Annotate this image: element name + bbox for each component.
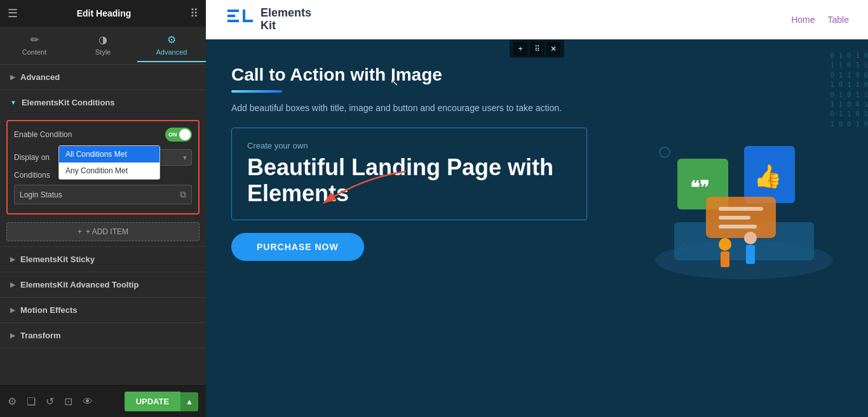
logo-text: Elements Kit — [261, 7, 311, 32]
display-on-label: Display on — [14, 153, 58, 162]
tab-content-label: Content — [22, 48, 47, 56]
settings-icon[interactable]: ⚙ — [8, 395, 17, 407]
nav-table[interactable]: Table — [828, 15, 849, 25]
tooltip-section-label: ElementsKit Advanced Tooltip — [20, 280, 139, 289]
tab-style[interactable]: ◑ Style — [69, 29, 137, 62]
toggle-on-text: ON — [168, 131, 177, 138]
option-any-condition[interactable]: Any Condition Met — [59, 162, 159, 179]
logo-line2: Kit — [261, 20, 311, 32]
sticky-arrow-icon: ▶ — [10, 256, 15, 263]
add-element-button[interactable]: + — [513, 42, 527, 56]
hero-title: Call to Action with Image — [231, 65, 843, 85]
login-status-row: Login Status ⧉ — [14, 185, 192, 204]
enable-condition-toggle[interactable]: ON — [165, 128, 192, 142]
history-icon[interactable]: ↺ — [46, 395, 54, 407]
top-bar: ☰ Edit Heading ⠿ — [0, 0, 206, 27]
close-element-button[interactable]: ✕ — [546, 42, 560, 56]
tab-style-label: Style — [95, 48, 111, 56]
move-element-button[interactable]: ⠿ — [530, 42, 544, 56]
style-icon: ◑ — [98, 34, 107, 46]
transform-arrow-icon: ▶ — [10, 332, 15, 339]
landing-box: Create your own Beautiful Landing Page w… — [231, 128, 587, 220]
eye-icon[interactable]: 👁 — [83, 396, 93, 407]
advanced-section-header[interactable]: ▶ Advanced — [0, 65, 206, 90]
conditions-section-header[interactable]: ▼ ElementsKit Conditions — [0, 90, 206, 115]
left-panel: ☰ Edit Heading ⠿ ✏ Content ◑ Style ⚙ Adv… — [0, 0, 206, 417]
hero-area: Call to Action with Image Add beautiful … — [206, 39, 868, 280]
enable-condition-label: Enable Condition — [14, 130, 72, 139]
purchase-button[interactable]: PURCHASE NOW — [231, 233, 364, 261]
content-icon: ✏ — [31, 34, 39, 46]
enable-condition-row: Enable Condition ON — [14, 128, 192, 142]
transform-section-header[interactable]: ▶ Transform — [0, 323, 206, 348]
option-all-conditions[interactable]: All Conditions Met — [59, 146, 159, 162]
logo-line1: Elements — [261, 7, 311, 20]
logo: Elements Kit — [225, 4, 311, 35]
conditions-label: Conditions — [14, 171, 58, 180]
tab-advanced-label: Advanced — [156, 48, 187, 56]
conditions-dropdown-popup: All Conditions Met Any Condition Met — [58, 145, 160, 180]
tooltip-section-header[interactable]: ▶ ElementsKit Advanced Tooltip — [0, 272, 206, 298]
update-dropdown-button[interactable]: ▲ — [180, 392, 198, 411]
add-item-plus-icon: + — [78, 227, 82, 236]
site-nav: Elements Kit Home Table — [206, 0, 868, 39]
toolbar-icons: ⚙ ❑ ↺ ⊡ 👁 — [8, 395, 93, 407]
conditions-row: Conditions All Conditions Met Any Condit… — [14, 171, 192, 180]
bottom-toolbar: ⚙ ❑ ↺ ⊡ 👁 UPDATE ▲ — [0, 385, 206, 417]
sticky-section-label: ElementsKit Sticky — [20, 255, 95, 264]
advanced-icon: ⚙ — [167, 34, 176, 46]
nav-home[interactable]: Home — [791, 15, 815, 25]
advanced-section-label: Advanced — [20, 72, 60, 82]
motion-effects-label: Motion Effects — [20, 305, 78, 315]
right-panel: Elements Kit Home Table + ⠿ ✕ Call to Ac… — [206, 0, 868, 417]
toggle-knob — [179, 129, 191, 140]
tab-content[interactable]: ✏ Content — [0, 29, 69, 62]
add-item-label: + ADD ITEM — [86, 227, 128, 236]
sticky-section-header[interactable]: ▶ ElementsKit Sticky — [0, 247, 206, 272]
grid-icon[interactable]: ⠿ — [190, 6, 198, 20]
navigator-icon[interactable]: ⊡ — [64, 395, 72, 407]
landing-sub: Create your own — [247, 141, 571, 150]
logo-icon — [225, 4, 255, 35]
motion-effects-section-header[interactable]: ▶ Motion Effects — [0, 298, 206, 323]
binary-decoration: 0 1 0 1 0 1 1 0 1 1 0 1 1 0 0 1 0 1 1 0 … — [830, 51, 868, 129]
update-btn-wrapper: UPDATE ▲ — [125, 392, 198, 411]
landing-title: Beautiful Landing Page with Elements — [247, 154, 571, 207]
transform-label: Transform — [20, 331, 61, 340]
advanced-arrow-icon: ▶ — [10, 74, 15, 81]
svg-rect-1 — [227, 15, 235, 17]
conditions-box: Enable Condition ON Display on All Condi… — [6, 120, 200, 215]
panel-content: ▶ Advanced ▼ ElementsKit Conditions Enab… — [0, 65, 206, 385]
hamburger-icon[interactable]: ☰ — [8, 6, 18, 20]
nav-links: Home Table — [791, 15, 849, 25]
panel-title: Edit Heading — [77, 8, 132, 18]
hero-underline — [231, 90, 282, 93]
copy-icon[interactable]: ⧉ — [180, 189, 186, 200]
svg-rect-2 — [227, 20, 239, 22]
tooltip-arrow-icon: ▶ — [10, 281, 15, 288]
svg-rect-4 — [243, 20, 253, 22]
login-status-label: Login Status — [20, 190, 62, 199]
conditions-section: ▼ ElementsKit Conditions Enable Conditio… — [0, 90, 206, 247]
tabs-row: ✏ Content ◑ Style ⚙ Advanced — [0, 27, 206, 65]
conditions-section-label: ElementsKit Conditions — [22, 98, 115, 107]
motion-arrow-icon: ▶ — [10, 307, 15, 314]
hero-desc: Add beautiful boxes with title, image an… — [231, 102, 562, 115]
tab-advanced[interactable]: ⚙ Advanced — [137, 29, 206, 62]
layers-icon[interactable]: ❑ — [27, 395, 36, 407]
svg-rect-0 — [227, 10, 239, 12]
conditions-arrow-icon: ▼ — [10, 99, 17, 106]
update-button[interactable]: UPDATE — [125, 392, 180, 411]
edit-controls: + ⠿ ✕ — [510, 40, 564, 58]
add-item-button[interactable]: + + ADD ITEM — [6, 222, 200, 241]
